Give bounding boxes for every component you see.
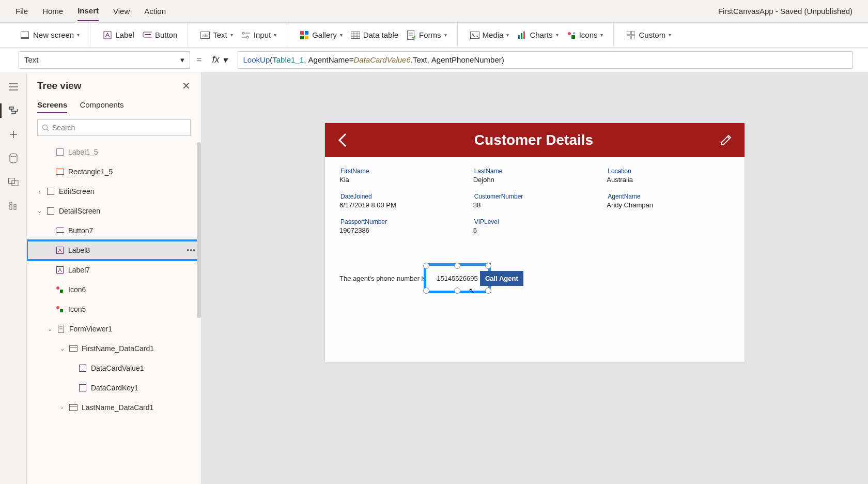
svg-rect-57 [60,290,63,293]
gallery-button[interactable]: Gallery ▾ [297,28,346,42]
tree-node-label: FormViewer1 [69,325,112,333]
svg-rect-4 [145,34,151,35]
tree-node-label8[interactable]: Label8 ••• [27,240,201,260]
svg-rect-31 [627,31,630,35]
button-label: Button [155,31,177,39]
rail-advanced[interactable] [7,200,20,212]
screen-icon [47,187,55,195]
icons-icon [567,31,576,40]
field-value: Kia [339,175,463,189]
rail-data[interactable] [7,152,20,164]
icon-icon [56,305,64,313]
field-value: 6/17/2019 8:00 PM [339,200,463,214]
chevron-down-icon: ▾ [77,32,80,38]
search-icon [42,124,49,131]
menu-insert[interactable]: Insert [78,1,99,21]
tree-close-button[interactable]: ✕ [182,80,191,92]
tree-panel: Tree view ✕ Screens Components Label1_5 … [27,72,202,484]
ribbon: New screen ▾ Label Button abc Text ▾ [0,23,868,48]
rail-hamburger[interactable] [7,81,20,93]
back-button[interactable] [337,132,348,148]
tree-node-datacardkey1[interactable]: DataCardKey1 [27,378,201,398]
datatable-button[interactable]: Data table [348,28,401,42]
tree-node-label: Label8 [68,246,90,254]
resize-handle[interactable] [454,263,460,269]
more-button[interactable]: ••• [187,246,196,254]
menu-action[interactable]: Action [144,2,166,21]
resize-handle[interactable] [423,288,429,294]
tree-node-firstname-dc[interactable]: ⌄ FirstName_DataCard1 [27,339,201,358]
formula-cond-suffix: .Text [411,55,427,64]
chevron-down-icon: ▾ [340,32,343,38]
text-icon: abc [200,31,210,40]
edit-button[interactable] [720,134,732,146]
resize-handle[interactable] [485,263,491,269]
search-input[interactable] [52,124,186,132]
property-selector[interactable]: Text ▾ [19,51,190,69]
tree-node-rectangle1-5[interactable]: Rectangle1_5 [27,162,201,182]
tree-node-lastname-dc[interactable]: › LastName_DataCard1 [27,398,201,417]
tree-node-editscreen[interactable]: › EditScreen [27,182,201,201]
text-label: Text [213,31,227,39]
button-button[interactable]: Button [140,28,180,42]
caret-right-icon: › [36,188,42,194]
tree-node-formviewer1[interactable]: ⌄ FormViewer1 [27,319,201,339]
new-screen-button[interactable]: New screen ▾ [18,28,83,42]
tree-node-label7[interactable]: Label7 [27,260,201,280]
rail-media[interactable] [7,176,20,188]
icons-button[interactable]: Icons ▾ [564,28,607,42]
custom-label: Custom [639,31,665,39]
call-agent-button[interactable]: Call Agent [480,271,523,286]
tree-node-label: Icon5 [68,305,86,313]
resize-handle[interactable] [423,263,429,269]
svg-rect-43 [10,202,12,209]
canvas-area[interactable]: Customer Details FirstNameKia LastNameDe… [202,72,868,484]
svg-rect-15 [351,32,360,38]
svg-point-24 [472,33,473,35]
tree-node-datacardvalue1[interactable]: DataCardValue1 [27,358,201,378]
media-button[interactable]: Media ▾ [467,28,513,42]
datatable-label: Data table [363,31,398,39]
chevron-down-icon: ▾ [230,32,233,38]
menu-file[interactable]: File [16,2,28,21]
tab-screens[interactable]: Screens [37,97,67,113]
formula-input[interactable]: LookUp(Table1_1, AgentName = DataCardVal… [238,51,853,69]
tree-node-label: FirstName_DataCard1 [82,344,154,353]
svg-rect-51 [48,188,54,195]
tree-node-label1-5[interactable]: Label1_5 [27,142,201,162]
media-icon [470,31,479,40]
media-label: Media [483,31,504,39]
svg-point-30 [573,32,575,34]
tab-components[interactable]: Components [80,97,123,113]
svg-rect-25 [518,35,520,39]
tree-search[interactable] [37,119,191,136]
formula-result: AgentPhoneNumber [431,55,502,64]
chevron-down-icon: ▾ [274,32,276,38]
scrollbar[interactable] [197,142,201,318]
tree-node-detailscreen[interactable]: ⌄ DetailScreen [27,201,201,221]
resize-handle[interactable] [485,288,491,294]
svg-rect-49 [57,149,64,156]
formula-table: Table1_1 [272,55,304,64]
caret-down-icon: ⌄ [59,345,65,352]
fx-button[interactable]: fx ▾ [208,54,231,66]
tree-node-icon6[interactable]: Icon6 [27,280,201,299]
forms-button[interactable]: Forms ▾ [404,28,450,42]
label8-control[interactable]: 15145526695 [428,268,486,289]
menu-home[interactable]: Home [42,2,63,21]
input-button[interactable]: Input ▾ [238,28,280,42]
rail-tree-view[interactable] [7,104,20,117]
tree-node-icon5[interactable]: Icon5 [27,299,201,319]
resize-handle[interactable] [454,288,460,294]
svg-rect-34 [631,36,635,39]
label-button[interactable]: Label [100,28,137,42]
tree-node-button7[interactable]: Button7 [27,221,201,240]
svg-rect-65 [80,365,86,372]
rail-insert[interactable] [7,128,20,141]
custom-button[interactable]: Custom ▾ [623,28,674,42]
form-icon [57,325,65,333]
charts-button[interactable]: Charts ▾ [514,28,561,42]
text-button[interactable]: abc Text ▾ [197,28,236,42]
menu-view[interactable]: View [113,2,130,21]
formula-eq: = [349,55,354,64]
